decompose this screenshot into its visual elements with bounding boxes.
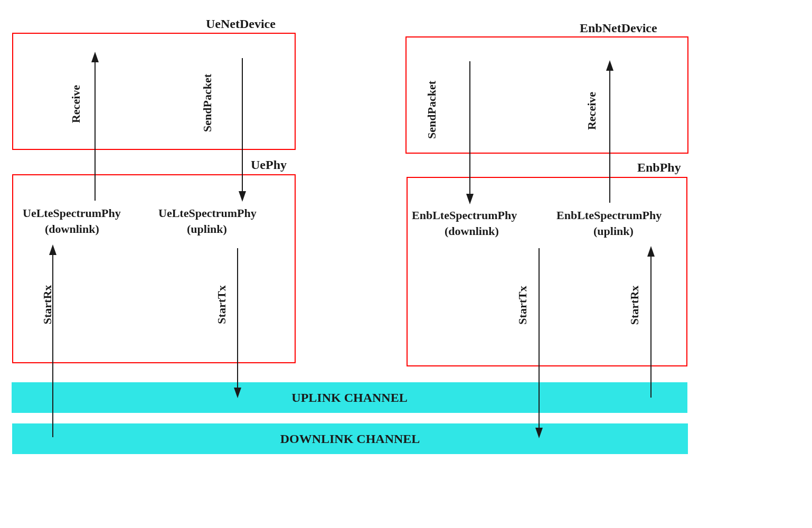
- ue-netdevice-box: [12, 33, 296, 150]
- ue-receive-label: Receive: [69, 85, 83, 123]
- enb-startrx-label: StartRx: [628, 286, 641, 325]
- ue-uplink-label1: UeLteSpectrumPhy: [158, 206, 257, 220]
- enb-netdevice-box: [405, 36, 688, 154]
- uplink-channel: UPLINK CHANNEL: [12, 382, 687, 413]
- ue-phy-title: UePhy: [251, 158, 287, 172]
- enb-downlink-label2: (downlink): [445, 224, 499, 238]
- ue-phy-box: [12, 174, 296, 363]
- ue-sendpacket-label: SendPacket: [201, 74, 214, 132]
- enb-uplink-label2: (uplink): [593, 224, 634, 238]
- ue-netdevice-title: UeNetDevice: [206, 17, 276, 31]
- enb-sendpacket-label: SendPacket: [425, 81, 439, 139]
- ue-startrx-label: StartRx: [41, 285, 54, 325]
- ue-starttx-label: StartTx: [215, 285, 229, 324]
- enb-phy-title: EnbPhy: [637, 161, 681, 175]
- ue-downlink-label2: (downlink): [45, 222, 99, 236]
- ue-uplink-label2: (uplink): [187, 222, 227, 236]
- enb-netdevice-title: EnbNetDevice: [580, 21, 657, 35]
- ue-downlink-label1: UeLteSpectrumPhy: [23, 206, 121, 220]
- enb-starttx-label: StartTx: [516, 286, 530, 324]
- enb-receive-label: Receive: [585, 92, 599, 130]
- enb-phy-box: [407, 177, 687, 366]
- enb-uplink-label1: EnbLteSpectrumPhy: [556, 209, 662, 222]
- downlink-channel: DOWNLINK CHANNEL: [12, 423, 688, 454]
- enb-downlink-label1: EnbLteSpectrumPhy: [412, 209, 517, 222]
